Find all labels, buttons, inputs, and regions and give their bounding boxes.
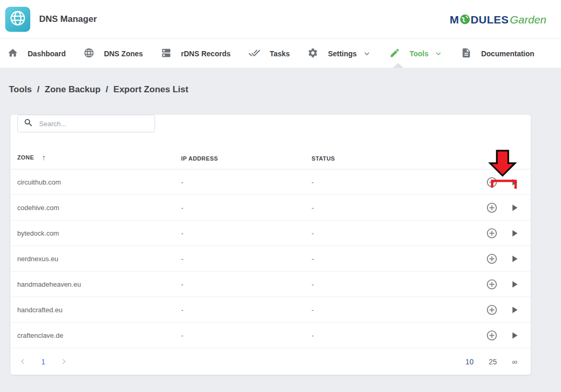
nav-label: DNS Zones (104, 50, 143, 58)
page-size-selector: 10 25 ∞ (465, 358, 517, 366)
nav-item-documentation[interactable]: Documentation (461, 47, 534, 60)
add-circle-icon[interactable] (486, 176, 498, 188)
document-icon (461, 47, 472, 60)
breadcrumb-tools[interactable]: Tools (9, 84, 32, 95)
chevron-right-icon[interactable] (59, 357, 69, 366)
nav-item-dns-zones[interactable]: DNS Zones (83, 47, 143, 60)
ip-address-value: - (181, 280, 312, 288)
zone-name: circuithub.com (10, 178, 181, 186)
table-body: circuithub.com - - codehive.com - - byte… (10, 169, 531, 348)
pencil-icon (389, 47, 400, 60)
nav-label: rDNS Records (181, 50, 231, 58)
column-header-status[interactable]: STATUS (312, 155, 468, 162)
ip-address-value: - (181, 306, 312, 314)
zone-name: handcrafted.eu (10, 306, 181, 314)
add-circle-icon[interactable] (486, 227, 498, 239)
status-value: - (312, 280, 468, 288)
nav-label: Dashboard (28, 50, 66, 58)
chevron-down-icon (362, 49, 372, 58)
page-size-10[interactable]: 10 (465, 358, 474, 366)
ip-address-value: - (181, 332, 312, 339)
gear-icon (307, 47, 318, 60)
main-nav: Dashboard DNS Zones rDNS Records Tasks S… (0, 39, 561, 68)
play-icon[interactable] (509, 330, 520, 341)
chevron-down-icon (434, 49, 443, 58)
search-box[interactable] (17, 115, 155, 132)
page-number[interactable]: 1 (41, 358, 45, 366)
nav-label: Documentation (481, 50, 534, 58)
ip-address-value: - (181, 178, 312, 186)
sort-asc-icon[interactable]: ↑ (42, 153, 46, 162)
table-footer: 1 10 25 ∞ (10, 348, 531, 375)
table-row: codehive.com - - (10, 195, 531, 220)
play-icon[interactable] (509, 253, 520, 264)
breadcrumb-separator: / (106, 84, 109, 95)
page-title: DNS Manager (39, 14, 97, 24)
zone-name: codehive.com (10, 204, 181, 212)
zone-name: craftenclave.de (10, 332, 181, 339)
play-icon[interactable] (509, 177, 520, 188)
brand-globe-icon (460, 14, 470, 24)
column-header-zone[interactable]: ZONE (17, 154, 34, 161)
add-circle-icon[interactable] (486, 304, 498, 316)
globe-icon (9, 9, 27, 29)
brand-text-garden: Garden (510, 14, 546, 25)
add-circle-icon[interactable] (486, 329, 498, 341)
status-value: - (312, 255, 468, 263)
nav-item-settings[interactable]: Settings (307, 47, 371, 60)
app-logo (5, 7, 30, 32)
table-row: circuithub.com - - (10, 169, 531, 195)
nav-label: Tools (410, 50, 428, 58)
play-icon[interactable] (509, 202, 520, 213)
ip-address-value: - (181, 255, 312, 263)
nav-item-dashboard[interactable]: Dashboard (7, 47, 66, 60)
status-value: - (312, 178, 468, 186)
nav-item-rdns-records[interactable]: rDNS Records (161, 47, 231, 60)
add-circle-icon[interactable] (486, 202, 498, 214)
breadcrumb-separator: / (37, 84, 40, 95)
chevron-left-icon[interactable] (18, 357, 28, 366)
zones-card: ZONE ↑ IP ADDRESS STATUS circuithub.com … (10, 115, 531, 375)
page-size-all-icon[interactable]: ∞ (512, 358, 517, 366)
play-icon[interactable] (509, 304, 520, 315)
zone-name: handmadeheaven.eu (10, 280, 181, 288)
table-header: ZONE ↑ IP ADDRESS STATUS (10, 132, 531, 169)
column-header-ip-address[interactable]: IP ADDRESS (181, 155, 312, 162)
ip-address-value: - (181, 204, 312, 212)
status-value: - (312, 204, 468, 212)
status-value: - (312, 306, 468, 314)
content-area: Tools / Zone Backup / Export Zones List … (0, 68, 561, 391)
table-row: handcrafted.eu - - (10, 297, 531, 323)
table-row: handmadeheaven.eu - - (10, 272, 531, 297)
status-value: - (312, 332, 468, 339)
play-icon[interactable] (509, 228, 520, 239)
pagination: 1 (18, 357, 69, 366)
table-row: bytedock.com - - (10, 220, 531, 246)
modulesgarden-logo: M DULES Garden (450, 14, 546, 25)
nav-label: Tasks (270, 50, 290, 58)
globe-icon (83, 47, 94, 60)
breadcrumb-zone-backup[interactable]: Zone Backup (45, 84, 101, 95)
brand-text-dules: DULES (471, 14, 509, 25)
play-icon[interactable] (509, 279, 520, 290)
dns-icon (161, 47, 172, 60)
add-circle-icon[interactable] (486, 278, 498, 290)
ip-address-value: - (181, 229, 312, 237)
breadcrumb-current-page: Export Zones List (113, 84, 188, 95)
zone-name: nerdnexus.eu (10, 255, 181, 263)
home-icon (7, 47, 18, 60)
breadcrumb: Tools / Zone Backup / Export Zones List (9, 84, 561, 95)
page-size-25[interactable]: 25 (488, 358, 497, 366)
nav-item-tools[interactable]: Tools (389, 47, 443, 60)
add-circle-icon[interactable] (486, 253, 498, 265)
status-value: - (312, 229, 468, 237)
zone-name: bytedock.com (10, 229, 181, 237)
nav-item-tasks[interactable]: Tasks (248, 47, 290, 60)
search-input[interactable] (39, 120, 149, 128)
tools-dropdown-caret (393, 63, 403, 68)
brand-text-m: M (450, 14, 459, 25)
app-header: DNS Manager M DULES Garden (0, 0, 561, 39)
table-row: craftenclave.de - - (10, 323, 531, 348)
done-all-icon (248, 47, 260, 60)
search-icon (23, 118, 33, 130)
